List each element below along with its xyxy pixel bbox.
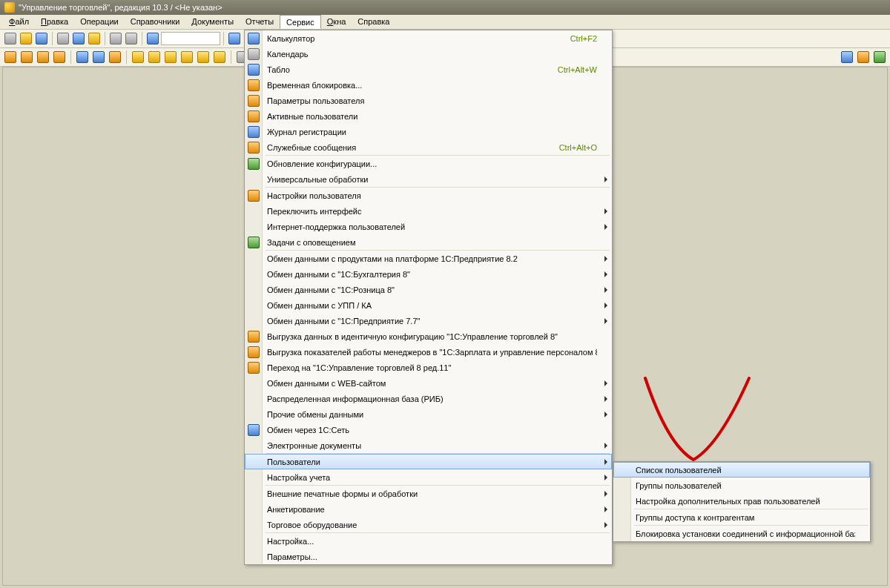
coins5-button[interactable] — [196, 50, 211, 65]
menu-item-21[interactable]: Обмен данными с "1С:Предприятие 7.7" — [245, 313, 612, 328]
submenu-item-label: Группы пользователей — [636, 481, 855, 490]
menu-item-24[interactable]: Переход на "1С:Управление торговлей 8 ре… — [245, 360, 612, 375]
submenu-item-0[interactable]: Список пользователей — [613, 462, 870, 478]
submenu-item-4[interactable]: Группы доступа к контрагентам — [613, 509, 870, 525]
right-icon3-button[interactable] — [872, 50, 887, 65]
user-config-icon — [248, 190, 260, 202]
menu-item-label: Анкетирование — [267, 505, 597, 514]
menubar-item-2[interactable]: Операции — [74, 15, 124, 29]
menu-item-29[interactable]: Электронные документы — [245, 437, 612, 453]
menu-item-label: Обмен данными с продуктами на платформе … — [267, 254, 597, 263]
coins3-button[interactable] — [163, 50, 178, 65]
submenu-item-label: Настройка дополнительных прав пользовате… — [636, 497, 855, 506]
menu-item-18[interactable]: Обмен данными с "1С:Бухгалтерия 8" — [245, 266, 612, 282]
book1-button[interactable] — [3, 50, 18, 65]
menu-item-38[interactable]: Настройка... — [245, 533, 612, 549]
search-input[interactable] — [161, 32, 220, 45]
separator — [126, 50, 127, 64]
menu-item-39[interactable]: Параметры... — [245, 549, 612, 564]
menu-item-0[interactable]: КалькуляторCtrl+F2 — [245, 30, 612, 46]
menu-item-31[interactable]: Пользователи — [245, 454, 612, 469]
redo-button[interactable] — [124, 31, 139, 46]
coins6-button[interactable] — [212, 50, 227, 65]
menu-item-label: Обмен данными с WEB-сайтом — [267, 379, 597, 388]
book2-button[interactable] — [19, 50, 34, 65]
coins2-button[interactable] — [147, 50, 162, 65]
paste-button[interactable] — [87, 31, 102, 46]
submenu-item-2[interactable]: Настройка дополнительных прав пользовате… — [613, 493, 870, 509]
messages-icon — [248, 142, 260, 153]
submenu-arrow-icon — [604, 396, 607, 402]
users-icon — [248, 110, 260, 122]
menu-item-10[interactable]: Универсальные обработки — [245, 171, 612, 187]
menu-item-label: Внешние печатные формы и обработки — [267, 489, 597, 498]
menubar-item-0[interactable]: Файл — [3, 15, 35, 29]
menu-item-23[interactable]: Выгрузка показателей работы менеджеров в… — [245, 344, 612, 360]
menu-item-6[interactable]: Журнал регистрации — [245, 124, 612, 139]
new-doc-button[interactable] — [3, 31, 18, 46]
right-icon2-button[interactable] — [856, 50, 871, 65]
coins1-button[interactable] — [131, 50, 145, 65]
book4-button[interactable] — [52, 50, 67, 65]
menu-item-13[interactable]: Переключить интерфейс — [245, 203, 612, 219]
menu-item-34[interactable]: Внешние печатные формы и обработки — [245, 486, 612, 501]
menubar-item-8[interactable]: Справка — [352, 15, 395, 29]
menu-item-shortcut: Ctrl+F2 — [570, 34, 597, 43]
users2-button[interactable] — [108, 50, 122, 65]
menu-item-26[interactable]: Распределенная информационная база (РИБ) — [245, 391, 612, 406]
menu-item-14[interactable]: Интернет-поддержка пользователей — [245, 219, 612, 234]
menu-item-label: Обмен через 1С:Сеть — [267, 426, 597, 435]
submenu-arrow-icon — [604, 224, 607, 230]
menubar-item-1[interactable]: Правка — [35, 15, 74, 29]
submenu-arrow-icon — [604, 271, 607, 277]
submenu-arrow-icon — [604, 459, 607, 465]
menu-item-5[interactable]: Активные пользователи — [245, 108, 612, 124]
menu-item-22[interactable]: Выгрузка данных в идентичную конфигураци… — [245, 328, 612, 344]
menu-item-9[interactable]: Обновление конфигурации... — [245, 156, 612, 171]
menu-item-19[interactable]: Обмен данными с "1С:Розница 8" — [245, 282, 612, 297]
task-icon — [248, 237, 260, 248]
users1-button[interactable] — [75, 50, 90, 65]
menu-item-label: Интернет-поддержка пользователей — [267, 222, 597, 231]
book3-button[interactable] — [36, 50, 50, 65]
menu-item-28[interactable]: Обмен через 1С:Сеть — [245, 422, 612, 437]
menubar-item-5[interactable]: Отчеты — [240, 15, 280, 29]
menubar-item-7[interactable]: Окна — [321, 15, 352, 29]
undo-button[interactable] — [108, 31, 123, 46]
menu-item-1[interactable]: Календарь — [245, 46, 612, 62]
menu-item-17[interactable]: Обмен данными с продуктами на платформе … — [245, 251, 612, 266]
menu-item-4[interactable]: Параметры пользователя — [245, 93, 612, 108]
submenu-item-label: Блокировка установки соединений с информ… — [636, 529, 855, 538]
lock-icon — [248, 79, 260, 91]
menubar-item-6[interactable]: Сервис — [280, 15, 321, 29]
menu-item-36[interactable]: Торговое оборудование — [245, 517, 612, 532]
menu-item-label: Журнал регистрации — [267, 128, 597, 136]
save-button[interactable] — [34, 31, 49, 46]
find-button[interactable] — [145, 31, 160, 46]
grid-button[interactable] — [91, 50, 106, 65]
open-button[interactable] — [19, 31, 33, 46]
menu-item-32[interactable]: Настройка учета — [245, 469, 612, 485]
submenu-item-1[interactable]: Группы пользователей — [613, 478, 870, 493]
right-icon1-button[interactable] — [840, 50, 854, 65]
menubar-item-4[interactable]: Документы — [185, 15, 240, 29]
menu-item-27[interactable]: Прочие обмены данными — [245, 406, 612, 422]
menu-item-label: Настройка учета — [267, 473, 597, 482]
menu-item-label: Электронные документы — [267, 441, 597, 450]
menu-item-15[interactable]: Задачи с оповещением — [245, 234, 612, 250]
menu-item-3[interactable]: Временная блокировка... — [245, 77, 612, 93]
menu-item-label: Настройки пользователя — [267, 191, 597, 200]
menu-item-7[interactable]: Служебные сообщенияCtrl+Alt+O — [245, 139, 612, 155]
cut-button[interactable] — [56, 31, 70, 46]
menu-item-2[interactable]: ТаблоCtrl+Alt+W — [245, 62, 612, 77]
menu-item-20[interactable]: Обмен данными с УПП / КА — [245, 297, 612, 313]
menu-item-35[interactable]: Анкетирование — [245, 501, 612, 517]
submenu-item-6[interactable]: Блокировка установки соединений с информ… — [613, 526, 870, 541]
submenu-arrow-icon — [604, 287, 607, 293]
calc-button[interactable] — [227, 31, 242, 46]
coins4-button[interactable] — [179, 50, 194, 65]
menu-item-25[interactable]: Обмен данными с WEB-сайтом — [245, 375, 612, 391]
menu-item-12[interactable]: Настройки пользователя — [245, 188, 612, 203]
menubar-item-3[interactable]: Справочники — [125, 15, 186, 29]
copy-button[interactable] — [71, 31, 86, 46]
